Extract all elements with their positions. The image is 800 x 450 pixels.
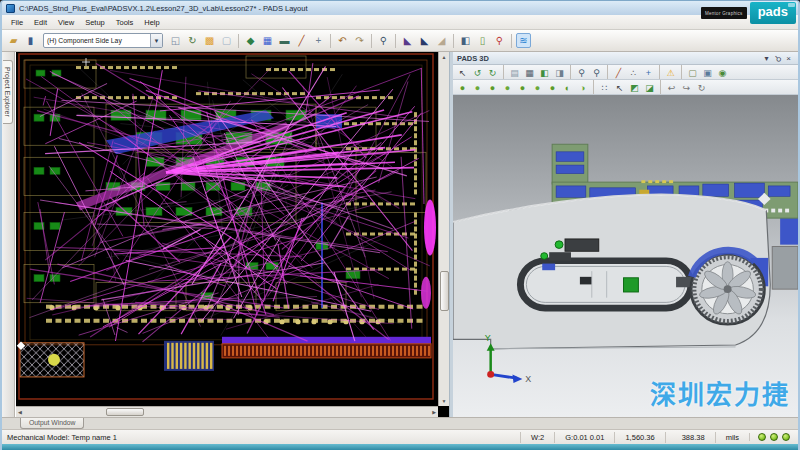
pads-layout-window: C:\PADS_Stnd_Plus_Eval\PADSVX.1.2\Lesson… xyxy=(0,0,800,450)
drc-off-icon[interactable]: ⚲ xyxy=(492,33,507,48)
spin-view-icon[interactable]: ↻ xyxy=(486,66,499,79)
scroll-left-icon[interactable]: ◀ xyxy=(18,407,22,417)
toolbar-separator xyxy=(330,34,331,48)
display-colors-icon[interactable]: ▢ xyxy=(219,33,234,48)
scroll-up-icon[interactable]: ▲ xyxy=(442,52,447,62)
view-front-icon[interactable]: ● xyxy=(486,81,499,94)
undo-icon[interactable]: ↶ xyxy=(335,33,350,48)
properties-window-icon[interactable]: ◱ xyxy=(168,33,183,48)
refresh-icon[interactable]: ↻ xyxy=(185,33,200,48)
brand-area: Mentor Graphics pads xyxy=(701,2,796,24)
svg-text:X: X xyxy=(525,374,531,384)
pads-3d-view-icon[interactable]: ≋ xyxy=(516,33,531,48)
clipboard-icon[interactable]: ▯ xyxy=(475,33,490,48)
net-filter-icon[interactable]: ◣ xyxy=(417,33,432,48)
view-custom-icon[interactable]: ◑ xyxy=(576,81,589,94)
layer-selector-dropdown[interactable]: (H) Component Side Lay ▼ xyxy=(43,33,163,48)
snap-icon[interactable]: + xyxy=(642,66,655,79)
view-back-icon[interactable]: ● xyxy=(501,81,514,94)
window-bottom-border xyxy=(2,444,798,450)
pointer-3d-icon[interactable]: ↖ xyxy=(613,81,626,94)
new-window-icon[interactable]: ◧ xyxy=(458,33,473,48)
zoom-window-3d-icon[interactable]: ⚲ xyxy=(590,66,603,79)
save-icon[interactable]: ▮ xyxy=(23,33,38,48)
menu-tools[interactable]: Tools xyxy=(111,17,139,28)
box-view-icon[interactable]: ◧ xyxy=(538,66,551,79)
3d-scene[interactable]: YX xyxy=(453,95,798,417)
mechanical-model-icon[interactable]: ◉ xyxy=(716,66,729,79)
toolbar-separator xyxy=(238,34,239,48)
view-right-icon[interactable]: ● xyxy=(531,81,544,94)
menu-edit[interactable]: Edit xyxy=(29,17,52,28)
export-model-icon[interactable]: ▢ xyxy=(686,66,699,79)
3d-viewport[interactable]: YX 深圳宏力捷 xyxy=(453,95,798,417)
fill-color-icon[interactable]: ▩ xyxy=(202,33,217,48)
selection-filter-icon[interactable]: ◣ xyxy=(400,33,415,48)
box-shade-icon[interactable]: ◨ xyxy=(553,66,566,79)
menu-help[interactable]: Help xyxy=(139,17,164,28)
horizontal-scrollbar[interactable]: ◀ ▶ xyxy=(16,406,438,417)
scroll-right-icon[interactable]: ▶ xyxy=(432,407,436,417)
status-coord-x: 1,560.36 xyxy=(614,432,664,443)
menu-bar: FileEditViewSetupToolsHelp xyxy=(2,15,798,30)
measure-3d-icon[interactable]: ╱ xyxy=(612,66,625,79)
scroll-down-icon[interactable]: ▼ xyxy=(442,396,447,406)
board-top-icon[interactable]: ▤ xyxy=(508,66,521,79)
layer-display-icon[interactable]: ▬ xyxy=(277,33,292,48)
eco-mode-icon[interactable]: ◆ xyxy=(243,33,258,48)
eraser-icon[interactable]: ◢ xyxy=(434,33,449,48)
horizontal-scroll-thumb[interactable] xyxy=(106,408,144,416)
measure-icon[interactable]: ╱ xyxy=(294,33,309,48)
status-indicator-1[interactable] xyxy=(758,433,766,441)
view-bottom-icon[interactable]: ● xyxy=(471,81,484,94)
open-file-icon[interactable]: ▰ xyxy=(6,33,21,48)
project-explorer-tab[interactable]: Project Explorer xyxy=(3,60,13,124)
pads-3d-header[interactable]: PADS 3D ▾ ⚲ × xyxy=(453,52,798,65)
toolbar-separator xyxy=(593,80,594,94)
collision-warning-icon[interactable]: ⚠ xyxy=(664,66,677,79)
rotate-view-icon[interactable]: ↺ xyxy=(471,66,484,79)
view-left-icon[interactable]: ● xyxy=(516,81,529,94)
menu-setup[interactable]: Setup xyxy=(80,17,110,28)
pads-3d-panel: PADS 3D ▾ ⚲ × ↖↺↻▤▦◧◨⚲⚲╱∴+⚠▢▣◉ ●●●●●●●◐◑… xyxy=(453,52,798,417)
zoom-icon[interactable]: ⚲ xyxy=(376,33,391,48)
pcb-canvas-area[interactable]: ▲ ▼ ◀ ▶ xyxy=(15,52,449,417)
spin-mode-icon[interactable]: ↻ xyxy=(695,81,708,94)
view-top-icon[interactable]: ● xyxy=(456,81,469,94)
view-iso-icon[interactable]: ● xyxy=(546,81,559,94)
window-title: C:\PADS_Stnd_Plus_Eval\PADSVX.1.2\Lesson… xyxy=(19,4,308,13)
view-ortho-icon[interactable]: ◐ xyxy=(561,81,574,94)
grid-dots-icon[interactable]: ∷ xyxy=(598,81,611,94)
panel-menu-icon[interactable]: ▾ xyxy=(761,54,772,63)
measure-point-icon[interactable]: ∴ xyxy=(627,66,640,79)
menu-file[interactable]: File xyxy=(6,17,28,28)
rotate-right-icon[interactable]: ◪ xyxy=(643,81,656,94)
pcb-canvas[interactable] xyxy=(16,52,439,406)
close-icon[interactable]: × xyxy=(783,54,794,63)
title-bar[interactable]: C:\PADS_Stnd_Plus_Eval\PADSVX.1.2\Lesson… xyxy=(2,1,798,15)
status-bar: Mechanical Model: Temp name 1 W:2 G:0.01… xyxy=(2,429,798,444)
output-window-tab[interactable]: Output Window xyxy=(20,418,84,429)
vertical-scroll-thumb[interactable] xyxy=(440,271,449,311)
menu-view[interactable]: View xyxy=(53,17,79,28)
board-bottom-icon[interactable]: ▦ xyxy=(523,66,536,79)
chevron-down-icon[interactable]: ▼ xyxy=(150,34,162,47)
via-grid-icon[interactable]: ▦ xyxy=(260,33,275,48)
zoom-in-3d-icon[interactable]: ⚲ xyxy=(575,66,588,79)
select-arrow-icon[interactable]: ↖ xyxy=(456,66,469,79)
app-icon xyxy=(6,4,15,13)
capture-view-icon[interactable]: ▣ xyxy=(701,66,714,79)
layer-selector-value: (H) Component Side Lay xyxy=(44,37,150,44)
pin-icon[interactable]: ⚲ xyxy=(772,54,783,63)
vertical-scrollbar[interactable]: ▲ ▼ xyxy=(438,52,449,406)
walk-mode-icon[interactable]: ↪ xyxy=(680,81,693,94)
redo-icon[interactable]: ↷ xyxy=(352,33,367,48)
fly-mode-icon[interactable]: ↩ xyxy=(665,81,678,94)
toolbar-separator xyxy=(511,34,512,48)
status-indicator-2[interactable] xyxy=(770,433,778,441)
pads-logo: pads xyxy=(750,2,796,24)
rotate-left-icon[interactable]: ◩ xyxy=(628,81,641,94)
status-indicator-3[interactable] xyxy=(782,433,790,441)
status-units[interactable]: mils xyxy=(715,432,749,443)
pad-stack-icon[interactable]: + xyxy=(311,33,326,48)
